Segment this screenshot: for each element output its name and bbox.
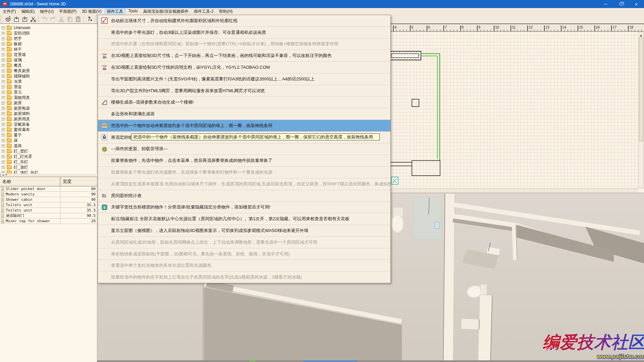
catalog-category-row[interactable]: +玻璃 <box>0 57 97 63</box>
catalog-category-row[interactable]: +窗子 <box>0 132 97 138</box>
catalog-category-row[interactable]: +茶壶 <box>0 84 97 89</box>
plugin-menu-item[interactable]: 批量替换多个带光源灯的光源颜色，先选择多个要替换的灯物件和一个要改成的光源 <box>98 166 390 178</box>
expand-icon[interactable]: + <box>2 43 5 46</box>
menubar-item[interactable]: 插件工具 <box>104 8 126 14</box>
expand-icon[interactable]: + <box>2 26 5 29</box>
expand-icon[interactable]: + <box>2 144 5 147</box>
expand-icon[interactable]: + <box>2 69 5 72</box>
catalog-category-row[interactable]: +Unknown <box>0 25 97 31</box>
catalog-category-row[interactable]: +厨房电器 <box>0 106 97 111</box>
menubar-item[interactable]: 高级渲染图/渲染视频插件 <box>141 8 191 14</box>
plugin-menu-item[interactable]: 多边形块和玻璃生成器 <box>98 108 390 120</box>
catalog-category-row[interactable]: +宠物用具 <box>0 95 97 100</box>
menubar-item[interactable]: 编辑(E) <box>18 8 37 14</box>
scroll-thumb[interactable] <box>639 38 643 141</box>
catalog-category-row[interactable]: +板材 <box>0 41 97 47</box>
catalog-category-row[interactable]: +茶几 <box>0 89 97 95</box>
plugin-tools-button[interactable] <box>29 15 37 23</box>
paste-button[interactable] <box>74 15 82 23</box>
plugin-menu-item[interactable]: 标注/隐藏标注 全部天花板默认中心光源位置（房间区域的几何中心）。第1次开，第2… <box>98 213 390 225</box>
copy-button[interactable] <box>65 15 74 23</box>
expand-icon[interactable]: + <box>2 53 5 56</box>
furniture-table-row[interactable]: Mixer tap for shower29 <box>0 219 97 224</box>
column-header-width[interactable]: 宽度 <box>60 179 97 185</box>
menubar-item[interactable]: 平面图(P) <box>56 8 79 14</box>
catalog-category-row[interactable]: +安防消防 <box>0 31 97 36</box>
minimize-button[interactable] <box>598 0 613 8</box>
menubar-item[interactable]: 帮助(H) <box>216 8 235 14</box>
plan-vertical-scrollbar[interactable] <box>638 32 644 188</box>
plugin-menu-item[interactable]: 从屋顶投影生成基本坡屋顶.先用自动标注墙体尺寸插件，生成房顶的房间区域,生成后双… <box>98 178 390 190</box>
catalog-category-row[interactable]: +杯子 <box>0 47 97 52</box>
catalog-category-row[interactable]: +餐具 <box>0 63 97 68</box>
plugin-menu-item[interactable]: A自动标注墙体尺寸，并自动绘制建筑外轮廓面积区域和外轮廓红线 <box>98 15 390 26</box>
scroll-up-icon[interactable] <box>640 33 642 37</box>
catalog-category-row[interactable]: +灯_壁灯 <box>0 148 97 154</box>
expand-icon[interactable]: + <box>2 75 5 78</box>
expand-icon[interactable]: + <box>2 102 5 105</box>
expand-icon[interactable]: + <box>2 118 5 121</box>
furniture-table-row[interactable]: Slider pocket door80 <box>0 186 97 192</box>
catalog-category-row[interactable]: +灯_顶灯 <box>0 165 97 170</box>
expand-icon[interactable]: + <box>2 32 5 35</box>
catalog-category-row[interactable]: +窗帘幕布 <box>0 127 97 132</box>
plugin-menu-item[interactable]: 查看选中单个发灯光物体的具体光源位置和光源颜色. <box>98 259 390 271</box>
expand-icon[interactable]: + <box>2 96 5 99</box>
plugin-menu-item[interactable]: ---插件的更新、卸载管理器--- <box>98 143 390 155</box>
close-button[interactable]: × <box>629 0 644 8</box>
menubar-item[interactable]: 物件(U) <box>37 8 56 14</box>
plugin-menu-item[interactable]: 显示立面图（侧视图），进入后鼠标拖动3D视图来显示，可切换到虚拟参观模式WASD… <box>98 225 390 236</box>
plugin-menu-item[interactable]: Ri房间面积统计表 <box>98 190 390 201</box>
expand-icon[interactable]: + <box>2 37 5 40</box>
plugin-menu-item[interactable]: 把选中的一个物件自动伸展摆放到多个选中房间区域的墙上，围一圈，画装饰线条用 <box>98 120 390 131</box>
plugin-menu-item[interactable]: S关键字查找当前楼层的物件！分类选择/批量隐藏指定分类物件，添加楼层后才可用! <box>98 201 390 213</box>
expand-icon[interactable]: + <box>2 59 5 62</box>
catalog-category-row[interactable]: +厨房用具 <box>0 116 97 122</box>
plugin-menu-item[interactable]: 楼梯生成器--选择参数来自动生成一个楼梯! <box>98 96 390 108</box>
redo-button[interactable] <box>49 15 57 23</box>
catalog-category-row[interactable]: +餐具厨房 <box>0 68 97 73</box>
catalog-category-row[interactable]: +道路 <box>0 143 97 148</box>
expand-icon[interactable]: + <box>2 64 5 67</box>
expand-icon[interactable]: + <box>2 85 5 88</box>
expand-icon[interactable]: + <box>2 80 5 83</box>
catalog-category-row[interactable]: +穿戴装备 <box>0 122 97 127</box>
plugin-menu-item[interactable]: 103D在3D视图上直接绘制3D尺寸线的说明文档，由YGYL汉化，YGYL2.T… <box>98 61 390 73</box>
import-furniture-button[interactable] <box>12 15 20 23</box>
menubar-item[interactable]: 文件(F) <box>0 8 18 14</box>
furniture-table-row[interactable]: 淋浴隔间门90.5 <box>0 213 97 219</box>
expand-icon[interactable]: + <box>2 161 5 164</box>
plugin-menu-item[interactable]: 103D在3D视图上直接绘制3D尺寸线，点一下开始画，再点一下结束画，画的线可能… <box>98 50 390 61</box>
expand-icon[interactable]: + <box>2 91 5 94</box>
import-texture-button[interactable] <box>20 15 29 23</box>
plugin-menu-item[interactable]: 将折线转换成道路标线(平面图，3D图都可见。要先画一条直线、折线、曲线，并选中才… <box>98 248 390 260</box>
add-point-button[interactable] <box>85 15 94 23</box>
undo-button[interactable] <box>40 15 49 23</box>
splitter-buttons[interactable]: ▲▼ <box>2 174 8 176</box>
restore-button[interactable] <box>613 0 629 8</box>
plugin-menu-item[interactable]: 导出3D户型文件到HTML5网页，需要用网站服务器来放置HTML网页才可以浏览 <box>98 85 390 97</box>
catalog-category-row[interactable]: +厨房调料 <box>0 111 97 116</box>
catalog-category-row[interactable]: +床 <box>0 138 97 143</box>
expand-icon[interactable]: + <box>2 171 5 174</box>
expand-icon[interactable]: + <box>2 166 5 169</box>
catalog-category-row[interactable]: +残障辅助 <box>0 73 97 79</box>
catalog-category-row[interactable]: +灯_吊灯 <box>0 159 97 165</box>
expand-icon[interactable]: + <box>2 48 5 51</box>
catalog-category-row[interactable]: +把手 <box>0 36 97 41</box>
expand-icon[interactable]: + <box>2 107 5 110</box>
furniture-table-row[interactable]: Toilets unit35.3 <box>0 208 97 213</box>
catalog-category-row[interactable]: +仓库 <box>0 79 97 84</box>
expand-icon[interactable]: + <box>2 112 5 115</box>
menubar-item[interactable]: Tools <box>126 8 141 14</box>
catalog-category-row[interactable]: +背景墙 <box>0 52 97 57</box>
toolbar-grip[interactable] <box>1 15 2 23</box>
expand-icon[interactable]: + <box>2 134 5 137</box>
furniture-table-header[interactable]: 名称 宽度 <box>0 177 97 186</box>
plugin-menu-item[interactable]: 把选中的元素（也包括墙和房间区域）复制成一个物件(需要CTRL+V粘贴才出来)，… <box>98 38 390 50</box>
catalog-category-row[interactable]: +灯_顶灯_吊灯 <box>0 170 97 174</box>
expand-icon[interactable]: + <box>2 128 5 131</box>
catalog-category-row[interactable]: +厨房 <box>0 100 97 106</box>
furniture-table-row[interactable]: Modern vanity90 <box>0 192 97 197</box>
plugin-menu-item[interactable]: 将选中的多个带光源灯，自动3级以上渲染成图片并保存。可在普通相机处设画质 <box>98 26 390 38</box>
